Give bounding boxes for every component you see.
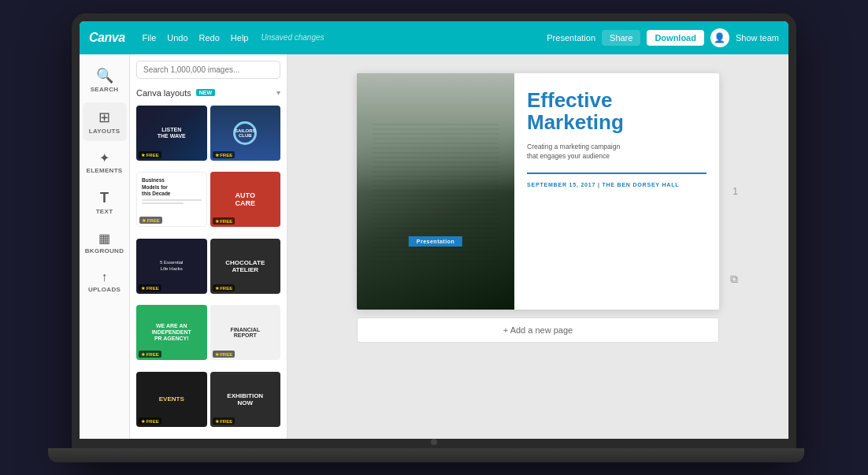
free-badge: FREE: [139, 217, 162, 224]
free-badge: FREE: [213, 351, 236, 358]
sidebar-label-background: BKGROUND: [85, 247, 124, 254]
share-button[interactable]: Share: [602, 30, 640, 46]
free-badge: FREE: [139, 417, 161, 425]
sidebar-item-elements[interactable]: ✦ ELEMENTS: [83, 144, 127, 180]
template-circle: SAILORSCLUB: [233, 121, 257, 145]
search-icon: 🔍: [96, 67, 113, 84]
layouts-header: Canva layouts NEW ▾: [130, 85, 287, 102]
template-text: 5 EssentialLife Hacks: [157, 257, 186, 276]
free-badge: FREE: [139, 151, 161, 158]
sidebar-label-elements: ELEMENTS: [87, 167, 123, 174]
sidebar-item-text[interactable]: T TEXT: [83, 184, 127, 221]
template-item[interactable]: WE ARE ANINDEPENDENTPR AGENCY! FREE: [136, 305, 207, 360]
free-badge: FREE: [139, 351, 161, 358]
template-item[interactable]: AUTOCARE FREE: [210, 172, 281, 227]
menu-help[interactable]: Help: [226, 31, 254, 45]
slide-image: Presentation: [357, 73, 514, 310]
uploads-icon: ↑: [102, 270, 108, 284]
topbar: Canva File Undo Redo Help Unsaved change…: [80, 21, 788, 54]
presentation-label: Presentation: [547, 33, 595, 43]
sidebar-item-layouts[interactable]: ⊞ LAYOUTS: [83, 102, 127, 141]
free-badge: FREE: [213, 217, 236, 225]
template-item[interactable]: LISTENTHE WAVE FREE: [136, 106, 207, 161]
sidebar-item-uploads[interactable]: ↑ UPLOADS: [83, 264, 127, 299]
laptop-shell: Canva File Undo Redo Help Unsaved change…: [72, 13, 796, 462]
layouts-icon: ⊞: [98, 109, 110, 126]
topbar-right: Presentation Share Download 👤 Show team: [547, 28, 779, 47]
template-item[interactable]: SAILORSCLUB FREE: [210, 106, 281, 161]
template-text: EVENTS: [159, 395, 184, 403]
sidebar-label-text: TEXT: [96, 208, 113, 215]
template-item[interactable]: FINANCIALREPORT FREE: [210, 305, 281, 360]
laptop-screen: Canva File Undo Redo Help Unsaved change…: [80, 21, 788, 439]
slide-subtitle: Creating a marketing campaignthat engage…: [527, 142, 707, 162]
slide-content: Effective Marketing Creating a marketing…: [514, 73, 719, 310]
slide[interactable]: Presentation Effective Marketing Creatin…: [357, 73, 719, 310]
template-text: WE ARE ANINDEPENDENTPR AGENCY!: [152, 323, 191, 343]
canvas-area: 1 ⧉ Presentation Effective: [287, 54, 788, 439]
slide-wrapper: 1 ⧉ Presentation Effective: [357, 73, 719, 310]
laptop-notch: [431, 439, 437, 445]
template-item[interactable]: BusinessModels forthis Decade FREE: [136, 172, 207, 227]
template-text: AUTOCARE: [235, 191, 255, 207]
download-button[interactable]: Download: [647, 30, 704, 46]
avatar: 👤: [710, 28, 729, 47]
sidebar-label-uploads: UPLOADS: [88, 286, 121, 293]
menu-file[interactable]: File: [138, 31, 161, 45]
mountain-image: [357, 73, 514, 310]
slide-title-line1: Effective: [527, 89, 707, 112]
elements-icon: ✦: [99, 150, 109, 165]
search-box: [130, 54, 287, 85]
slide-title: Effective Marketing: [527, 89, 707, 134]
free-badge: FREE: [213, 151, 236, 158]
template-text: EXHIBITIONNOW: [227, 392, 263, 406]
app: Canva File Undo Redo Help Unsaved change…: [80, 21, 788, 439]
layouts-label: Canva layouts: [136, 88, 191, 98]
slide-divider: [527, 173, 707, 174]
template-item[interactable]: EXHIBITIONNOW FREE: [210, 372, 281, 427]
menu-redo[interactable]: Redo: [195, 31, 224, 45]
templates-panel: Canva layouts NEW ▾ LISTENTHE WAVE FREE …: [130, 54, 287, 439]
main-area: 🔍 SEARCH ⊞ LAYOUTS ✦ ELEMENTS T TEXT: [80, 54, 788, 439]
template-item[interactable]: EVENTS FREE: [136, 372, 207, 427]
free-badge: FREE: [213, 417, 236, 425]
free-badge: FREE: [139, 284, 161, 291]
canva-logo: Canva: [89, 31, 125, 45]
sidebar-label-search: SEARCH: [91, 86, 119, 93]
laptop-base-area: [80, 439, 788, 462]
chevron-down-icon[interactable]: ▾: [276, 88, 280, 97]
topbar-menu: File Undo Redo Help: [138, 31, 254, 45]
new-badge: NEW: [196, 89, 215, 96]
page-number: 1: [733, 186, 738, 197]
template-text: FINANCIALREPORT: [230, 327, 260, 338]
sidebar-item-search[interactable]: 🔍 SEARCH: [83, 61, 127, 99]
add-page-button[interactable]: + Add a new page: [357, 317, 719, 343]
background-icon: ▦: [98, 231, 110, 246]
sidebar-item-background[interactable]: ▦ BKGROUND: [83, 225, 127, 261]
search-input[interactable]: [136, 61, 280, 79]
template-item[interactable]: 5 EssentialLife Hacks FREE: [136, 239, 207, 294]
slide-title-line2: Marketing: [527, 111, 707, 134]
sidebar-icons: 🔍 SEARCH ⊞ LAYOUTS ✦ ELEMENTS T TEXT: [80, 54, 130, 439]
template-text: LISTENTHE WAVE: [158, 127, 186, 139]
copy-icon[interactable]: ⧉: [730, 273, 738, 286]
slide-date: SEPTEMBER 15, 2017 | THE BEN DORSEY HALL: [527, 182, 707, 187]
slide-presentation-label: Presentation: [409, 236, 462, 247]
menu-undo[interactable]: Undo: [162, 31, 192, 45]
template-item[interactable]: CHOCOLATEATELIER FREE: [210, 239, 281, 294]
laptop-base: [48, 448, 804, 462]
template-text: CHOCOLATEATELIER: [225, 259, 265, 273]
text-icon: T: [100, 190, 109, 206]
templates-grid: LISTENTHE WAVE FREE SAILORSCLUB FREE Bus…: [130, 102, 287, 439]
show-team-button[interactable]: Show team: [736, 33, 779, 43]
unsaved-label: Unsaved changes: [261, 33, 539, 42]
sidebar-label-layouts: LAYOUTS: [89, 128, 121, 135]
free-badge: FREE: [213, 284, 236, 291]
